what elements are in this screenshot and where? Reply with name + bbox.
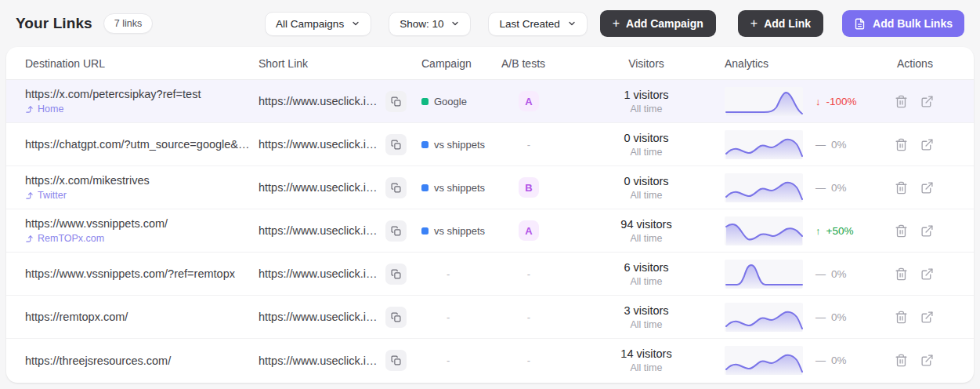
delete-link-button[interactable] xyxy=(895,267,908,281)
destination-sublabel[interactable]: Home xyxy=(25,104,259,115)
visitors-period: All time xyxy=(580,319,713,330)
trend-arrow-icon: — xyxy=(815,182,826,194)
open-link-button[interactable] xyxy=(920,224,934,238)
delete-link-button[interactable] xyxy=(895,311,908,324)
ab-test-cell: - xyxy=(501,354,580,366)
ab-test-cell: - xyxy=(501,311,580,323)
actions-cell xyxy=(885,95,955,108)
analytics-cell: ↑ +50% xyxy=(713,216,885,245)
delete-link-button[interactable] xyxy=(895,138,908,151)
trend-value: 0% xyxy=(831,139,847,151)
visitors-count: 0 visitors xyxy=(580,132,713,144)
table-row[interactable]: https://www.vssnippets.com/?ref=remtopx … xyxy=(6,253,974,296)
analytics-cell: — 0% xyxy=(713,130,885,159)
campaign-label: vs shippets xyxy=(434,225,485,237)
short-link-cell: https://www.useclick.i… xyxy=(259,91,421,112)
analytics-cell: — 0% xyxy=(713,173,885,202)
actions-cell xyxy=(885,224,955,238)
trash-icon xyxy=(895,224,908,238)
copy-short-link-button[interactable] xyxy=(385,134,407,155)
copy-short-link-button[interactable] xyxy=(385,220,407,242)
destination-cell: https://x.com/mikestrives Twitter xyxy=(25,174,259,201)
destination-url: https://x.com/petercsipkay?ref=test xyxy=(25,88,251,100)
delete-link-button[interactable] xyxy=(895,354,908,367)
ab-test-cell: B xyxy=(501,177,580,198)
campaign-cell: Google xyxy=(421,96,501,107)
open-link-button[interactable] xyxy=(920,267,934,281)
visitors-period: All time xyxy=(580,190,713,201)
destination-sublabel[interactable]: RemTOPx.com xyxy=(25,233,259,244)
copy-short-link-button[interactable] xyxy=(385,177,407,198)
short-link-url: https://www.useclick.i… xyxy=(259,95,378,107)
destination-cell: https://threejsresources.com/ xyxy=(25,354,259,367)
short-link-url: https://www.useclick.i… xyxy=(259,267,378,280)
trend-arrow-icon: ↓ xyxy=(815,96,821,107)
campaign-filter-dropdown[interactable]: All Campaigns xyxy=(265,12,371,36)
copy-icon xyxy=(391,355,401,365)
show-count-dropdown[interactable]: Show: 10 xyxy=(389,12,471,36)
add-link-button[interactable]: + Add Link xyxy=(738,10,823,37)
external-link-icon xyxy=(920,354,934,367)
copy-short-link-button[interactable] xyxy=(385,307,407,328)
destination-url: https://www.vssnippets.com/ xyxy=(25,217,251,230)
table-row[interactable]: https://x.com/mikestrives Twitter https:… xyxy=(6,166,974,209)
copy-short-link-button[interactable] xyxy=(385,350,407,371)
sparkline-chart xyxy=(725,346,803,375)
analytics-cell: ↓ -100% xyxy=(713,87,885,116)
table-row[interactable]: https://threejsresources.com/ https://ww… xyxy=(6,339,974,382)
short-link-url: https://www.useclick.i… xyxy=(259,354,378,367)
trend-indicator: ↓ -100% xyxy=(815,96,857,107)
destination-cell: https://chatgpt.com/?utm_source=google&… xyxy=(25,138,259,151)
table-row[interactable]: https://chatgpt.com/?utm_source=google&…… xyxy=(6,123,974,166)
open-link-button[interactable] xyxy=(920,181,934,194)
destination-cell: https://x.com/petercsipkay?ref=test Home xyxy=(25,88,259,115)
sort-order-dropdown[interactable]: Last Created xyxy=(488,12,587,36)
short-link-url: https://www.useclick.i… xyxy=(259,224,378,237)
add-bulk-links-button[interactable]: Add Bulk Links xyxy=(842,10,964,37)
trash-icon xyxy=(895,311,908,324)
copy-short-link-button[interactable] xyxy=(385,264,407,285)
analytics-cell: — 0% xyxy=(713,260,885,289)
table-row[interactable]: https://remtopx.com/ https://www.useclic… xyxy=(6,296,974,339)
actions-cell xyxy=(885,354,955,367)
open-link-button[interactable] xyxy=(920,138,934,151)
copy-icon xyxy=(391,226,401,236)
short-link-cell: https://www.useclick.i… xyxy=(259,350,421,371)
copy-icon xyxy=(391,140,401,150)
col-header-campaign: Campaign xyxy=(421,57,501,70)
sparkline-chart xyxy=(725,130,803,159)
actions-cell xyxy=(885,181,955,194)
trend-indicator: — 0% xyxy=(815,354,847,366)
campaign-color-dot xyxy=(421,227,429,234)
chevron-down-icon xyxy=(450,19,460,28)
table-row[interactable]: https://www.vssnippets.com/ RemTOPx.com … xyxy=(6,209,974,253)
open-link-button[interactable] xyxy=(920,354,934,367)
table-row[interactable]: https://x.com/petercsipkay?ref=test Home… xyxy=(6,80,974,123)
ab-test-badge: A xyxy=(519,220,539,241)
open-link-button[interactable] xyxy=(920,311,934,324)
copy-short-link-button[interactable] xyxy=(385,91,407,112)
visitors-period: All time xyxy=(580,233,713,244)
ab-test-empty: - xyxy=(519,311,539,323)
campaign-cell: - xyxy=(421,311,501,323)
trend-value: +50% xyxy=(826,225,854,237)
page-header: Your Links 7 links All Campaigns Show: 1… xyxy=(0,0,980,47)
visitors-cell: 94 visitors All time xyxy=(580,218,713,244)
document-icon xyxy=(854,18,866,30)
destination-sublabel[interactable]: Twitter xyxy=(25,190,259,201)
open-link-button[interactable] xyxy=(920,95,934,108)
visitors-count: 3 visitors xyxy=(580,304,713,317)
visitors-cell: 6 visitors All time xyxy=(580,261,713,287)
external-link-icon xyxy=(920,267,934,281)
delete-link-button[interactable] xyxy=(895,224,908,238)
delete-link-button[interactable] xyxy=(895,95,908,108)
trash-icon xyxy=(895,95,908,108)
campaign-color-dot xyxy=(421,184,429,191)
trend-value: 0% xyxy=(831,354,847,366)
col-header-destination: Destination URL xyxy=(25,57,259,70)
short-link-cell: https://www.useclick.i… xyxy=(259,177,421,198)
chevron-down-icon xyxy=(567,19,577,28)
trend-value: 0% xyxy=(831,311,847,323)
add-campaign-button[interactable]: + Add Campaign xyxy=(600,10,716,37)
delete-link-button[interactable] xyxy=(895,181,908,194)
